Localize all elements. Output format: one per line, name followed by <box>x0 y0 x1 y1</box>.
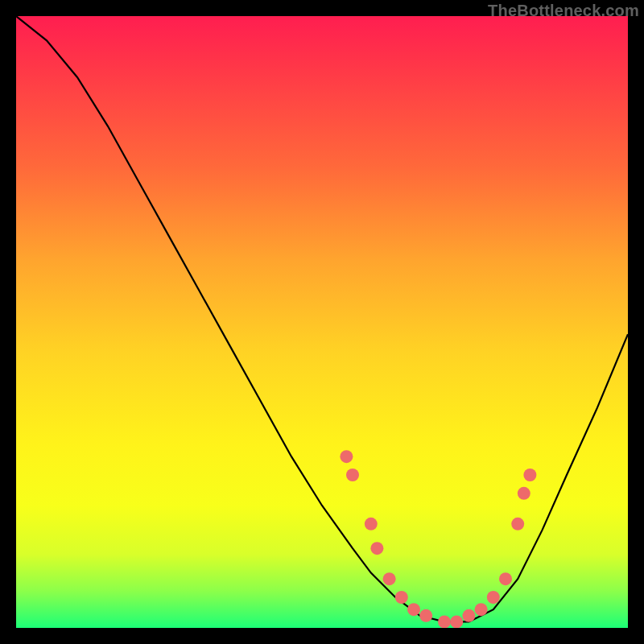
curve-marker <box>370 542 383 555</box>
curve-marker <box>419 609 432 622</box>
curve-marker <box>511 518 524 530</box>
curve-marker <box>340 450 353 463</box>
curve-marker <box>518 487 530 500</box>
curve-marker <box>438 615 451 628</box>
curve-marker <box>523 469 536 481</box>
bottleneck-markers-group <box>340 450 536 628</box>
chart-frame: TheBottleneck.com <box>0 0 644 644</box>
curve-marker <box>395 591 408 604</box>
bottleneck-curve-line <box>16 16 628 621</box>
curve-marker <box>383 572 396 585</box>
curve-marker <box>346 469 359 481</box>
curve-marker <box>365 518 378 530</box>
bottleneck-chart-svg <box>16 16 628 628</box>
watermark-text: TheBottleneck.com <box>488 2 639 20</box>
curve-marker <box>462 609 475 622</box>
curve-marker <box>499 572 512 585</box>
curve-marker <box>475 603 488 616</box>
curve-marker <box>450 615 463 628</box>
chart-plot-area <box>16 16 628 628</box>
curve-marker <box>407 603 420 616</box>
curve-marker <box>487 591 500 604</box>
